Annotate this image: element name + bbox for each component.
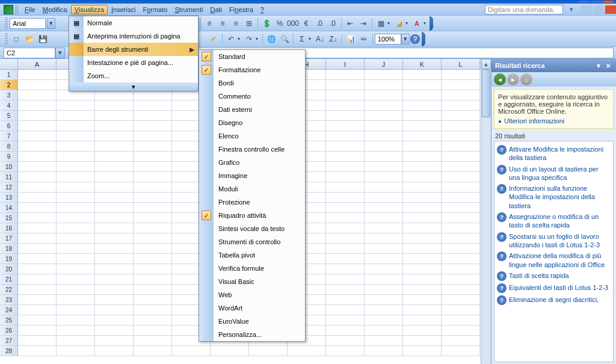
submenu-item[interactable]: Personalizza...	[199, 328, 305, 341]
cell[interactable]	[134, 193, 172, 203]
submenu-item[interactable]: Web	[199, 288, 305, 301]
cell[interactable]	[18, 223, 57, 233]
cell[interactable]	[134, 264, 172, 274]
cell[interactable]	[403, 325, 442, 336]
cell[interactable]	[95, 172, 134, 182]
vertical-scrollbar[interactable]: ▲	[481, 59, 491, 364]
cell[interactable]	[365, 223, 403, 233]
name-box[interactable]: C2	[4, 48, 55, 58]
cell[interactable]	[134, 254, 172, 264]
cell[interactable]	[18, 213, 57, 223]
cell[interactable]	[18, 244, 57, 254]
doc-close-button[interactable]	[605, 5, 616, 14]
cell[interactable]	[442, 274, 480, 285]
cell[interactable]	[134, 100, 172, 111]
cell[interactable]	[326, 295, 365, 305]
submenu-item[interactable]: WordArt	[199, 301, 305, 315]
cell[interactable]	[95, 100, 134, 111]
cell[interactable]	[95, 233, 134, 244]
cell[interactable]	[326, 162, 365, 172]
menu-help[interactable]: ?	[257, 5, 268, 14]
cell[interactable]	[326, 315, 365, 325]
percent-icon[interactable]: %	[274, 17, 286, 29]
cell[interactable]	[326, 346, 365, 356]
cell[interactable]	[18, 90, 57, 100]
cell[interactable]	[442, 100, 480, 111]
cell[interactable]	[134, 336, 172, 346]
maximize-button[interactable]	[591, 1, 602, 3]
cell[interactable]	[18, 172, 57, 182]
redo-icon[interactable]: ↷	[243, 33, 255, 45]
menu-item[interactable]: ▦Anteprima interruzioni di pagina	[69, 29, 198, 43]
cell[interactable]	[442, 254, 480, 264]
cell[interactable]	[442, 193, 480, 203]
cell[interactable]	[57, 336, 95, 346]
cell[interactable]	[134, 295, 172, 305]
cell[interactable]	[18, 346, 57, 356]
cell[interactable]	[326, 80, 365, 90]
row-header[interactable]: 17	[0, 233, 18, 244]
cell[interactable]	[365, 193, 403, 203]
cell[interactable]	[57, 203, 95, 213]
cell[interactable]	[365, 90, 403, 100]
cell[interactable]	[403, 70, 442, 80]
row-header[interactable]: 19	[0, 254, 18, 264]
cell[interactable]	[95, 152, 134, 162]
cell[interactable]	[365, 80, 403, 90]
cell[interactable]	[442, 121, 480, 131]
cell[interactable]	[326, 172, 365, 182]
cell[interactable]	[403, 233, 442, 244]
minimize-button[interactable]	[579, 1, 590, 3]
cell[interactable]	[365, 295, 403, 305]
sort-desc-icon[interactable]: Z↓	[327, 33, 339, 45]
cell[interactable]	[18, 131, 57, 141]
cell[interactable]	[57, 141, 95, 152]
research-icon[interactable]: 🔍	[279, 33, 291, 45]
cell[interactable]	[326, 152, 365, 162]
row-header[interactable]: 7	[0, 131, 18, 141]
cell[interactable]	[365, 182, 403, 193]
help-icon[interactable]: ?	[410, 34, 420, 44]
cell[interactable]	[403, 305, 442, 315]
row-header[interactable]: 27	[0, 336, 18, 346]
cell[interactable]	[57, 90, 95, 100]
submenu-item[interactable]: Sintesi vocale da testo	[199, 222, 305, 235]
euro-icon[interactable]: €	[300, 17, 312, 29]
cell[interactable]	[365, 254, 403, 264]
result-item[interactable]: ?Attivare Modifica le impostazioni della…	[496, 144, 612, 164]
cell[interactable]	[403, 295, 442, 305]
cell[interactable]	[365, 336, 403, 346]
cell[interactable]	[326, 223, 365, 233]
cell[interactable]	[365, 274, 403, 285]
cell[interactable]	[57, 295, 95, 305]
cell[interactable]	[57, 152, 95, 162]
row-header[interactable]: 1	[0, 70, 18, 80]
cell[interactable]	[57, 121, 95, 131]
cell[interactable]	[134, 213, 172, 223]
cell[interactable]	[134, 223, 172, 233]
cell[interactable]	[403, 203, 442, 213]
cell[interactable]	[403, 254, 442, 264]
cell[interactable]	[18, 141, 57, 152]
submenu-item[interactable]: ✓Formattazione	[199, 63, 305, 76]
align-center-icon[interactable]: ≡	[217, 17, 229, 29]
cell[interactable]	[57, 305, 95, 315]
cell[interactable]	[442, 223, 480, 233]
result-item[interactable]: ?Uso di un layout di tastiera per una li…	[496, 164, 612, 184]
cell[interactable]	[134, 131, 172, 141]
submenu-item[interactable]: Dati esterni	[199, 103, 305, 116]
row-header[interactable]: 4	[0, 100, 18, 111]
cell[interactable]	[57, 264, 95, 274]
cell[interactable]	[134, 182, 172, 193]
menu-strumenti[interactable]: Strumenti	[171, 5, 206, 14]
cell[interactable]	[211, 346, 249, 356]
cell[interactable]	[442, 203, 480, 213]
question-dropdown-icon[interactable]: ▾	[568, 5, 575, 13]
row-header[interactable]: 3	[0, 90, 18, 100]
cell[interactable]	[134, 325, 172, 336]
cell[interactable]	[365, 233, 403, 244]
result-item[interactable]: ?Tasti di scelta rapida	[496, 270, 612, 282]
cell[interactable]	[365, 131, 403, 141]
doc-minimize-button[interactable]	[581, 5, 592, 14]
cell[interactable]	[57, 274, 95, 285]
